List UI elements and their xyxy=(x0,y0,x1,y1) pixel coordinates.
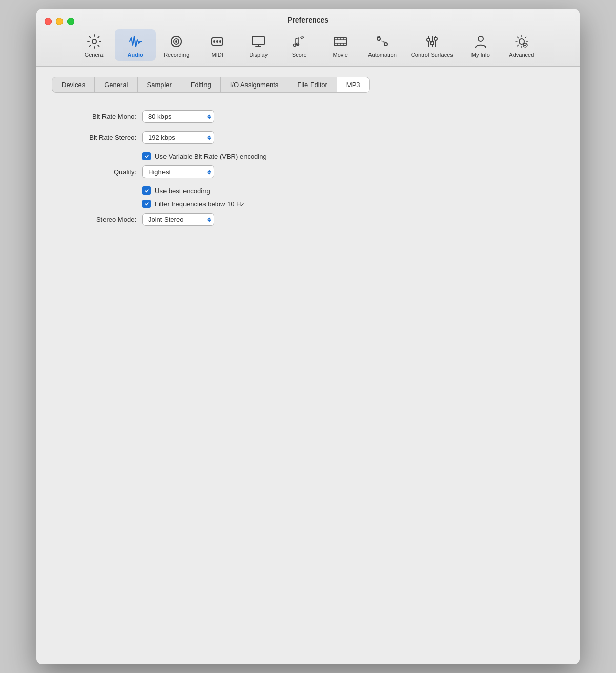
bit-rate-mono-select[interactable]: 80 kbps xyxy=(142,110,214,123)
preferences-window: Preferences General Aud xyxy=(36,9,580,664)
stereo-mode-select[interactable]: Joint Stereo xyxy=(142,213,214,226)
window-title: Preferences xyxy=(288,16,328,24)
quality-select-wrapper: Highest xyxy=(142,165,214,178)
svg-point-28 xyxy=(430,41,434,45)
best-encoding-checkbox-row: Use best encoding xyxy=(142,186,554,195)
toolbar-item-midi[interactable]: MIDI xyxy=(197,29,238,61)
toolbar-item-movie[interactable]: Movie xyxy=(320,29,361,61)
toolbar-item-my-info[interactable]: My Info xyxy=(460,29,501,61)
toolbar-label-audio: Audio xyxy=(128,52,143,58)
svg-rect-8 xyxy=(252,36,264,45)
toolbar-label-display: Display xyxy=(249,52,268,58)
tab-editing[interactable]: Editing xyxy=(181,77,221,92)
best-encoding-checkbox[interactable] xyxy=(142,186,151,195)
svg-point-3 xyxy=(175,40,177,43)
bit-rate-stereo-row: Bit Rate Stereo: 192 kbps xyxy=(62,131,554,144)
best-encoding-checkbox-wrapper[interactable]: Use best encoding xyxy=(142,186,210,195)
svg-point-0 xyxy=(92,39,96,44)
automation-icon xyxy=(373,32,392,51)
close-button[interactable] xyxy=(45,18,52,25)
best-encoding-label: Use best encoding xyxy=(155,187,210,195)
minimize-button[interactable] xyxy=(56,18,63,25)
bit-rate-stereo-select[interactable]: 192 kbps xyxy=(142,131,214,144)
movie-icon xyxy=(331,32,350,51)
control-surfaces-icon xyxy=(423,32,441,51)
svg-point-31 xyxy=(519,39,524,44)
bit-rate-mono-label: Bit Rate Mono: xyxy=(62,113,136,120)
tab-mp3[interactable]: MP3 xyxy=(337,77,369,92)
display-icon xyxy=(249,32,268,51)
maximize-button[interactable] xyxy=(67,18,74,25)
svg-point-30 xyxy=(478,36,483,41)
toolbar-label-advanced: Advanced xyxy=(509,52,534,58)
toolbar-item-audio[interactable]: Audio xyxy=(115,29,156,61)
content-area: Devices General Sampler Editing I/O Assi… xyxy=(36,67,580,664)
tab-sampler[interactable]: Sampler xyxy=(138,77,181,92)
midi-icon xyxy=(208,32,227,51)
recording-icon xyxy=(167,32,186,51)
toolbar-label-control-surfaces: Control Surfaces xyxy=(411,52,453,58)
toolbar-item-automation[interactable]: Automation xyxy=(361,29,404,61)
toolbar-item-general[interactable]: General xyxy=(74,29,115,61)
svg-point-27 xyxy=(427,38,430,41)
tab-general[interactable]: General xyxy=(95,77,137,92)
filter-freq-checkbox-row: Filter frequencies below 10 Hz xyxy=(142,200,554,208)
quality-row: Quality: Highest xyxy=(62,165,554,178)
tab-devices[interactable]: Devices xyxy=(52,77,95,92)
toolbar: General Audio xyxy=(45,29,571,61)
toolbar-item-score[interactable]: Score xyxy=(279,29,320,61)
toolbar-label-movie: Movie xyxy=(333,52,348,58)
toolbar-item-advanced[interactable]: Advanced xyxy=(501,29,542,61)
toolbar-label-score: Score xyxy=(292,52,307,58)
bit-rate-stereo-select-wrapper: 192 kbps xyxy=(142,131,214,144)
svg-point-7 xyxy=(219,40,221,43)
traffic-lights xyxy=(45,18,74,25)
score-icon xyxy=(290,32,309,51)
toolbar-item-display[interactable]: Display xyxy=(238,29,279,61)
filter-freq-checkbox[interactable] xyxy=(142,200,151,208)
vbr-checkbox-row: Use Variable Bit Rate (VBR) encoding xyxy=(142,152,554,160)
svg-point-6 xyxy=(216,40,218,43)
svg-point-22 xyxy=(377,37,380,40)
stereo-mode-row: Stereo Mode: Joint Stereo xyxy=(62,213,554,226)
filter-freq-checkbox-wrapper[interactable]: Filter frequencies below 10 Hz xyxy=(142,200,244,208)
svg-point-23 xyxy=(384,43,387,46)
toolbar-label-my-info: My Info xyxy=(471,52,490,58)
advanced-icon xyxy=(512,32,531,51)
toolbar-label-recording: Recording xyxy=(163,52,189,58)
toolbar-item-recording[interactable]: Recording xyxy=(156,29,197,61)
tab-bar: Devices General Sampler Editing I/O Assi… xyxy=(52,77,370,93)
toolbar-label-general: General xyxy=(85,52,105,58)
quality-select[interactable]: Highest xyxy=(142,165,214,178)
audio-icon xyxy=(126,32,145,51)
bit-rate-mono-select-wrapper: 80 kbps xyxy=(142,110,214,123)
bit-rate-mono-row: Bit Rate Mono: 80 kbps xyxy=(62,110,554,123)
vbr-checkbox-label: Use Variable Bit Rate (VBR) encoding xyxy=(155,153,267,160)
tab-file-editor[interactable]: File Editor xyxy=(288,77,337,92)
svg-point-11 xyxy=(294,44,296,47)
svg-point-5 xyxy=(213,40,215,43)
filter-freq-label: Filter frequencies below 10 Hz xyxy=(155,200,244,208)
vbr-checkbox-wrapper[interactable]: Use Variable Bit Rate (VBR) encoding xyxy=(142,152,267,160)
tab-io-assignments[interactable]: I/O Assignments xyxy=(221,77,289,92)
stereo-mode-select-wrapper: Joint Stereo xyxy=(142,213,214,226)
svg-point-29 xyxy=(434,37,437,40)
gear-icon xyxy=(85,32,104,51)
toolbar-label-automation: Automation xyxy=(368,52,397,58)
toolbar-label-midi: MIDI xyxy=(212,52,223,58)
stereo-mode-label: Stereo Mode: xyxy=(62,216,136,223)
quality-label: Quality: xyxy=(62,168,136,176)
toolbar-item-control-surfaces[interactable]: Control Surfaces xyxy=(404,29,460,61)
bit-rate-stereo-label: Bit Rate Stereo: xyxy=(62,134,136,141)
vbr-checkbox[interactable] xyxy=(142,152,151,160)
mp3-settings-panel: Bit Rate Mono: 80 kbps Bit Rate Stereo: xyxy=(52,105,564,239)
titlebar: Preferences General Aud xyxy=(36,9,580,67)
my-info-icon xyxy=(471,32,490,51)
